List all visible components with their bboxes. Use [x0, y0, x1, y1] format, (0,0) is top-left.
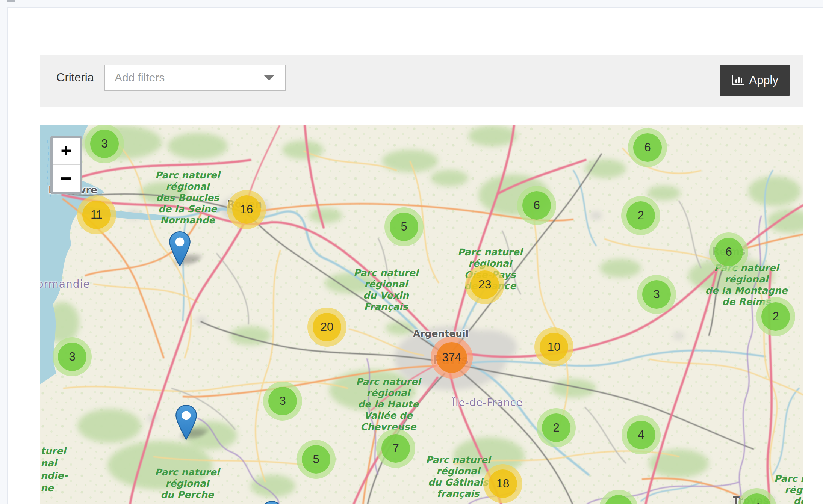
map-cluster[interactable]: 20	[307, 308, 346, 347]
park-label-perche: Parc naturelrégional du Perche	[155, 467, 220, 501]
park-label-vexin: Parc naturelrégional du VexinFrançais	[354, 267, 419, 312]
map-zoom-control: + −	[50, 136, 82, 194]
map-cluster[interactable]: 23	[465, 265, 504, 304]
map-cluster[interactable]: 5	[384, 207, 424, 246]
zoom-in-button[interactable]: +	[53, 138, 80, 165]
map-pin-icon	[261, 501, 283, 504]
park-label-normandie-maine-fragment: turelnal ndie-ne	[41, 445, 68, 494]
map-cluster[interactable]: 3	[85, 125, 124, 163]
map-cluster[interactable]: 2	[537, 408, 576, 447]
region-label-ile-de-france: Île-de-France	[452, 397, 523, 408]
map-pin[interactable]	[261, 501, 283, 504]
map-cluster[interactable]: 7	[376, 429, 415, 468]
map-pin[interactable]	[169, 231, 191, 266]
map-cluster[interactable]: 10	[534, 327, 573, 367]
map-cluster[interactable]: 6	[628, 128, 667, 167]
park-label-gatinais: Parc naturelrégional du Gâtinaisfrançais	[426, 454, 491, 499]
park-label-chevreuse: Parc naturelrégional de la HauteVallée d…	[356, 376, 421, 433]
park-label-right-edge-cut: Parc naturelrégional de la	[774, 473, 803, 504]
map-cluster[interactable]: 3	[53, 337, 92, 376]
map-cluster[interactable]: 5	[297, 440, 336, 479]
map-cluster[interactable]: 2	[756, 297, 795, 336]
map-cluster[interactable]: 2	[621, 196, 660, 235]
apply-button-label: Apply	[749, 74, 778, 87]
region-label-normandie: Normandie	[40, 278, 90, 290]
criteria-filter-bar: Criteria Add filters Apply	[40, 55, 803, 107]
add-filters-placeholder: Add filters	[115, 71, 165, 84]
map-cluster[interactable]: 6	[517, 186, 556, 225]
add-filters-select[interactable]: Add filters	[104, 65, 286, 91]
map-cluster[interactable]: 4	[622, 415, 661, 454]
chevron-down-icon	[263, 75, 275, 81]
map-cluster[interactable]: 374	[431, 337, 473, 379]
map-cluster[interactable]: 6	[709, 232, 748, 272]
map-cluster[interactable]: 11	[77, 195, 116, 234]
park-label-seine-normande: Parc naturelrégional des Bouclesde la Se…	[155, 170, 220, 226]
map-cluster[interactable]: 3	[263, 382, 302, 421]
map-pin-icon	[169, 231, 191, 266]
apply-button[interactable]: Apply	[720, 65, 790, 96]
criteria-label: Criteria	[56, 65, 94, 91]
city-label-argenteuil: Argenteuil	[413, 328, 469, 339]
map-tiles	[40, 125, 803, 504]
zoom-out-button[interactable]: −	[53, 165, 80, 192]
bar-chart-icon	[731, 74, 744, 86]
map-pin[interactable]	[175, 405, 197, 440]
map-cluster[interactable]: 3	[637, 275, 676, 314]
map-cluster[interactable]: 16	[227, 190, 266, 229]
map-pin-icon	[175, 405, 197, 440]
page-corner-artifact	[7, 0, 15, 2]
map-cluster[interactable]: 18	[483, 464, 522, 503]
map-canvas[interactable]: Le Havre Rouen Paris Argenteuil Reims Tr…	[40, 125, 803, 504]
content-card: Criteria Add filters Apply	[7, 7, 823, 504]
